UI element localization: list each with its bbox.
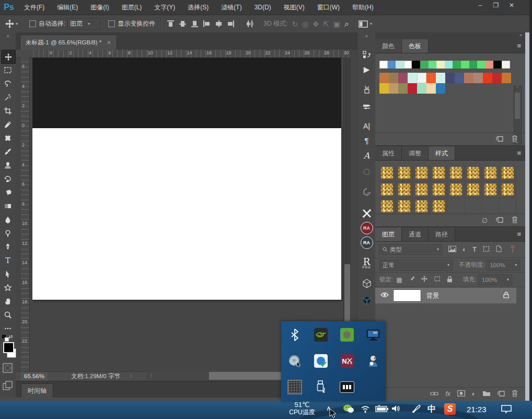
close-button[interactable]: ✕ — [504, 0, 519, 12]
filter-type-layers-icon[interactable]: T — [472, 246, 476, 253]
lasso-tool[interactable] — [1, 77, 15, 90]
color-swatch[interactable] — [396, 61, 404, 69]
expand-dock-icon[interactable]: » — [375, 32, 525, 39]
gold-style-swatch[interactable] — [502, 167, 514, 179]
gold-style-swatch[interactable] — [467, 167, 479, 179]
gold-style-swatch[interactable] — [381, 184, 393, 196]
ra-dark-badge[interactable]: RA — [357, 236, 376, 249]
menu-item-3[interactable]: 图像(I) — [84, 0, 115, 15]
color-swatch[interactable] — [461, 61, 469, 69]
timeline-tab[interactable]: 时间轴 — [21, 383, 53, 399]
lock-pixels-icon[interactable] — [409, 276, 415, 284]
styles-tab-3[interactable]: 样式 — [429, 146, 455, 160]
color-swatch[interactable] — [389, 73, 398, 83]
gold-style-swatch[interactable] — [415, 167, 427, 179]
healing-tool[interactable] — [1, 131, 15, 144]
color-swatch[interactable] — [464, 73, 473, 83]
wifi-tray-icon[interactable] — [360, 404, 371, 415]
eraser-tool[interactable] — [1, 186, 15, 199]
gold-style-swatch[interactable] — [433, 200, 445, 212]
paragraph-icon[interactable]: ¶ — [357, 136, 376, 145]
gradient-tool[interactable] — [1, 199, 15, 212]
status-options-arrow[interactable]: 〉 — [130, 373, 135, 380]
collapse-panels-icon[interactable]: « — [357, 33, 376, 39]
gold-style-swatch[interactable] — [450, 184, 462, 196]
usb-eject-icon[interactable] — [314, 380, 328, 394]
menu-item-7[interactable]: 滤镜(T) — [215, 0, 248, 15]
dodge-tool[interactable] — [1, 227, 15, 240]
color-swatch[interactable] — [455, 73, 464, 83]
layers-tab-3[interactable]: 路径 — [429, 228, 455, 241]
layer-effects-button[interactable]: fx — [445, 390, 450, 398]
eyedropper-tool[interactable] — [1, 118, 15, 131]
swatches-tab-1[interactable]: 颜色 — [375, 39, 402, 53]
wechat-tray-icon[interactable] — [343, 404, 354, 416]
gold-style-swatch[interactable] — [484, 184, 496, 196]
add-adjustment-button[interactable]: ◐ — [472, 390, 476, 398]
color-swatch[interactable] — [502, 73, 511, 83]
menu-item-8[interactable]: 3D(D) — [248, 0, 277, 15]
color-swatch[interactable] — [379, 73, 389, 83]
gold-style-swatch[interactable] — [433, 167, 445, 179]
color-swatch[interactable] — [483, 73, 492, 83]
brushes-icon[interactable] — [357, 85, 376, 96]
blur-tool[interactable] — [1, 213, 15, 226]
color-swatch[interactable] — [492, 73, 502, 83]
cube-outline-icon[interactable] — [357, 278, 376, 290]
marquee-tool[interactable] — [1, 63, 15, 76]
nvidia-icon[interactable] — [314, 327, 328, 342]
fill-value[interactable]: 100%▾ — [479, 275, 512, 285]
color-swatch[interactable] — [429, 61, 437, 69]
color-swatch[interactable] — [426, 83, 436, 94]
pen-tool[interactable] — [1, 240, 15, 253]
color-swatch[interactable] — [379, 83, 389, 94]
person-icon[interactable] — [366, 354, 380, 368]
background-layer-row[interactable]: 背景 — [375, 288, 516, 303]
auto-select-target-dropdown[interactable]: 图层▾ — [67, 18, 100, 29]
battery-tray-icon[interactable] — [375, 405, 389, 414]
new-layer-button[interactable] — [498, 390, 505, 398]
brush-tool[interactable] — [1, 145, 15, 158]
shape-tool[interactable] — [1, 281, 15, 294]
color-swatch[interactable] — [417, 83, 426, 94]
volume-tray-icon[interactable] — [391, 404, 401, 414]
color-swatch[interactable] — [408, 83, 417, 94]
color-swatch[interactable] — [477, 61, 485, 69]
monitor-icon[interactable] — [366, 327, 380, 342]
character-icon[interactable]: A| — [357, 121, 376, 130]
color-swatch[interactable] — [417, 73, 426, 83]
filter-pin-toggle[interactable] — [510, 245, 515, 255]
gold-style-swatch[interactable] — [398, 167, 410, 179]
layers-panel-menu-icon[interactable]: ≡ — [517, 230, 521, 238]
color-swatch[interactable] — [453, 61, 461, 69]
color-swatch[interactable] — [436, 83, 445, 94]
history-icon[interactable] — [357, 50, 376, 61]
menu-item-2[interactable]: 编辑(E) — [51, 0, 84, 15]
new-swatch-button[interactable] — [496, 135, 503, 143]
auto-select-checkbox[interactable] — [29, 20, 36, 27]
gold-style-swatch[interactable] — [398, 200, 410, 212]
horizontal-scrollbar-thumb[interactable] — [209, 372, 285, 380]
swatches-tab-2[interactable]: 色板 — [402, 39, 429, 53]
menu-item-10[interactable]: 窗口(W) — [311, 0, 346, 15]
character-styles-icon[interactable]: A — [357, 151, 376, 161]
cpu-temp-widget[interactable]: 51℃ CPU温度 — [284, 401, 320, 417]
color-swatch[interactable] — [485, 61, 494, 69]
gold-style-swatch[interactable] — [398, 184, 410, 196]
keyboard-icon[interactable] — [287, 380, 302, 394]
delete-layer-button[interactable] — [512, 390, 518, 399]
screen-mode-button[interactable] — [3, 381, 13, 392]
gold-style-swatch[interactable] — [415, 184, 427, 196]
lock-all-icon[interactable] — [447, 276, 453, 284]
color-swatch[interactable] — [389, 83, 398, 94]
menu-item-11[interactable]: 帮助(H) — [346, 0, 380, 15]
color-swatch[interactable] — [445, 61, 453, 69]
new-style-button[interactable] — [496, 216, 503, 224]
link-layers-button[interactable] — [430, 390, 438, 398]
swatches-panel-menu-icon[interactable]: ≡ — [517, 42, 521, 50]
layer-thumbnail[interactable] — [393, 289, 421, 302]
color-swatch[interactable] — [398, 83, 408, 94]
color-swatch[interactable] — [408, 73, 417, 83]
r-pro-badge[interactable]: RPRO — [357, 256, 376, 269]
ra-red-badge[interactable]: RA — [357, 222, 376, 234]
